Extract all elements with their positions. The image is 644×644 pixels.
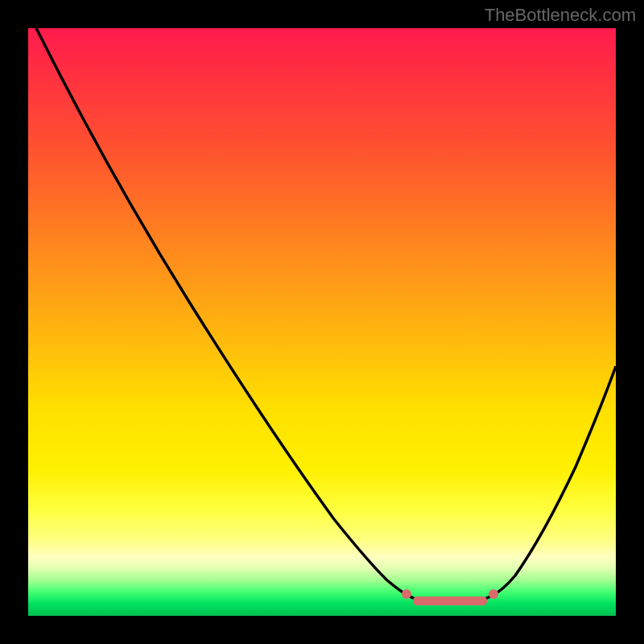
highlight-dot-right xyxy=(489,589,498,599)
curve-right-branch xyxy=(492,366,616,596)
highlight-range-bar xyxy=(413,597,487,605)
watermark-text: TheBottleneck.com xyxy=(485,5,636,26)
highlight-dot-left xyxy=(402,589,411,599)
curve-left-branch xyxy=(36,28,408,596)
bottleneck-curve-chart xyxy=(28,28,616,616)
